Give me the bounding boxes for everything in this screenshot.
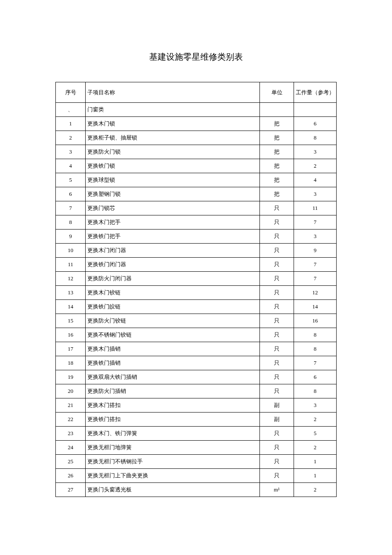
table-row: 1更换木门锁把6 (56, 117, 337, 131)
cell-seq: 1 (56, 117, 86, 131)
table-row: 25更换无框门不锈钢拉手只1 (56, 455, 337, 469)
cell-workload: 1 (294, 469, 337, 483)
table-row: 7更换门锁芯只11 (56, 201, 337, 215)
table-row: 2更换柜子锁、抽屉锁把8 (56, 131, 337, 145)
cell-name: 更换木门插销 (86, 342, 260, 356)
table-row: 20更换防火门插销只8 (56, 384, 337, 398)
cell-seq: 7 (56, 201, 86, 215)
cell-unit: 把 (260, 187, 294, 201)
cell-name: 更换不锈钢门铰链 (86, 328, 260, 342)
cell-unit: 把 (260, 131, 294, 145)
table-row: 13更换木门铰链只12 (56, 286, 337, 300)
cell-name: 更换双扇大铁门插销 (86, 370, 260, 384)
cell-name: 更换无框门地弹簧 (86, 441, 260, 455)
cell-unit: 只 (260, 441, 294, 455)
cell-workload: 2 (294, 159, 337, 173)
table-row: 11更换铁门闭门器只7 (56, 258, 337, 272)
table-row: 6更换塑钢门锁把3 (56, 187, 337, 201)
table-row: 3更换防火门锁把3 (56, 145, 337, 159)
cell-name: 更换无框门不锈钢拉手 (86, 455, 260, 469)
cell-workload: 8 (294, 131, 337, 145)
cell-seq: 18 (56, 356, 86, 370)
cell-unit: 只 (260, 455, 294, 469)
cell-workload: 7 (294, 356, 337, 370)
table-row: 24更换无框门地弹簧只2 (56, 441, 337, 455)
cell-unit: 副 (260, 398, 294, 413)
cell-workload: 14 (294, 300, 337, 314)
cell-seq: 17 (56, 342, 86, 356)
table-row: 21更换木门搭扣副3 (56, 398, 337, 413)
cell-seq: 15 (56, 314, 86, 328)
cell-seq: 4 (56, 159, 86, 173)
cell-workload: 3 (294, 230, 337, 244)
cell-seq: 12 (56, 272, 86, 286)
cell-name: 更换无框门上下曲夹更换 (86, 469, 260, 483)
cell-workload: 2 (294, 441, 337, 455)
cell-name: 更换铁门皎链 (86, 300, 260, 314)
cell-name: 更换木门铰链 (86, 286, 260, 300)
cell-seq: 21 (56, 398, 86, 413)
repair-category-table: 序号 子项目名称 单位 工作量（参考） 、 门窗类 1更换木门锁把62更换柜子锁… (55, 82, 337, 497)
table-row: 15更换防火门铰链只16 (56, 314, 337, 328)
cell-workload: 8 (294, 328, 337, 342)
cell-unit: 只 (260, 427, 294, 441)
cell-unit: 把 (260, 173, 294, 187)
cell-name: 更换木门锁 (86, 117, 260, 131)
cell-name: 更换防火门插销 (86, 384, 260, 398)
cell-seq: 8 (56, 215, 86, 230)
table-row: 22更换铁门搭扣副2 (56, 413, 337, 427)
cell-unit: 只 (260, 244, 294, 258)
cell-seq: 16 (56, 328, 86, 342)
cell-name: 更换铁门锁 (86, 159, 260, 173)
header-name: 子项目名称 (86, 82, 260, 103)
cell-seq: 25 (56, 455, 86, 469)
cell-unit: 只 (260, 230, 294, 244)
cell-seq: 13 (56, 286, 86, 300)
cell-unit: 只 (260, 370, 294, 384)
cell-unit: 只 (260, 356, 294, 370)
table-body: 、 门窗类 1更换木门锁把62更换柜子锁、抽屉锁把83更换防火门锁把34更换铁门… (56, 103, 337, 497)
cell-name: 更换柜子锁、抽屉锁 (86, 131, 260, 145)
cell-workload: 6 (294, 370, 337, 384)
cell-workload: 2 (294, 413, 337, 427)
cell-unit: m¹ (260, 483, 294, 497)
cell-workload: 3 (294, 187, 337, 201)
cell-workload: 6 (294, 117, 337, 131)
cell-name: 更换木门闭门器 (86, 244, 260, 258)
cell-unit: 只 (260, 215, 294, 230)
cell-seq: 3 (56, 145, 86, 159)
cell-seq: 2 (56, 131, 86, 145)
cell-seq: 19 (56, 370, 86, 384)
page-title: 基建设施零星维修类别表 (55, 51, 337, 63)
cell-workload: 9 (294, 244, 337, 258)
section-unit (260, 103, 294, 117)
table-row: 26更换无框门上下曲夹更换只1 (56, 469, 337, 483)
cell-name: 更换铁门闭门器 (86, 258, 260, 272)
cell-name: 更换门锁芯 (86, 201, 260, 215)
section-marker: 、 (56, 103, 86, 117)
table-row: 17更换木门插销只8 (56, 342, 337, 356)
cell-name: 更换防火门锁 (86, 145, 260, 159)
cell-workload: 5 (294, 427, 337, 441)
cell-unit: 只 (260, 384, 294, 398)
cell-name: 更换防火门铰链 (86, 314, 260, 328)
cell-unit: 只 (260, 272, 294, 286)
cell-seq: 10 (56, 244, 86, 258)
cell-name: 更换铁门搭扣 (86, 413, 260, 427)
cell-seq: 6 (56, 187, 86, 201)
table-row: 16更换不锈钢门铰链只8 (56, 328, 337, 342)
cell-seq: 24 (56, 441, 86, 455)
section-label: 门窗类 (86, 103, 260, 117)
cell-unit: 只 (260, 328, 294, 342)
cell-name: 更换铁门把手 (86, 230, 260, 244)
cell-workload: 7 (294, 272, 337, 286)
cell-seq: 23 (56, 427, 86, 441)
cell-seq: 22 (56, 413, 86, 427)
cell-workload: 8 (294, 384, 337, 398)
table-row: 8更换木门把手只7 (56, 215, 337, 230)
cell-workload: 3 (294, 398, 337, 413)
cell-unit: 只 (260, 201, 294, 215)
cell-unit: 只 (260, 342, 294, 356)
cell-unit: 只 (260, 469, 294, 483)
cell-unit: 把 (260, 117, 294, 131)
